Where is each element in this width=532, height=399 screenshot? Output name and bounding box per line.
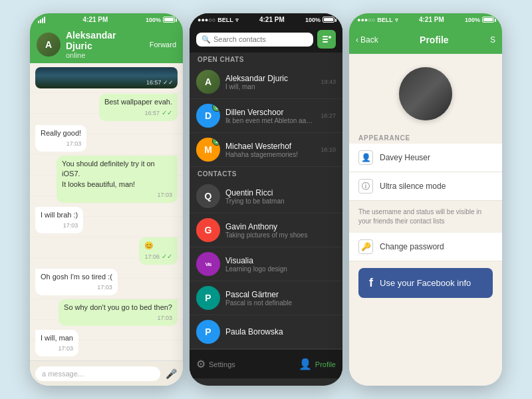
contact-time: 19:43 — [321, 78, 336, 85]
message-input[interactable]: a message... — [35, 366, 160, 381]
contact-item-michael[interactable]: M 1 Michael Westerhof Hahaha stagememori… — [190, 133, 342, 167]
chat-contact-status: online — [66, 51, 144, 59]
profile-header: ‹ Back Profile S — [349, 26, 502, 54]
profile-avatar[interactable] — [399, 67, 452, 120]
profile-name-item[interactable]: 👤 Davey Heuser — [349, 144, 502, 172]
check-marks: ✓✓ — [162, 108, 172, 118]
profile-silence-item[interactable]: ⓘ Ultra silence mode — [349, 172, 502, 201]
msg-recv-1: Really good! 17:03 — [35, 125, 86, 152]
contact-item-gavin[interactable]: G Gavin Anthony Taking pictures of my sh… — [190, 213, 342, 247]
mic-icon[interactable]: 🎤 — [164, 367, 178, 380]
battery-fill-2 — [324, 18, 333, 21]
img-timestamp: 16:57 ✓✓ — [146, 79, 174, 86]
contact-item-paula[interactable]: P Paula Borowska — [190, 315, 342, 349]
status-time-3: 4:21 PM — [419, 16, 444, 23]
contact-name: Paula Borowska — [225, 327, 336, 336]
msg-time: 17:03 — [157, 191, 172, 200]
contact-info: Quentin Ricci Trying to be batman — [225, 188, 336, 205]
avatar-img: Q — [196, 184, 220, 208]
msg-time: 17:03 — [66, 140, 82, 148]
search-input[interactable] — [213, 35, 308, 43]
message-placeholder: a message... — [42, 370, 84, 378]
forward-label[interactable]: Forward — [150, 41, 176, 49]
chat-header: A Aleksandar Djuric online Forward — [30, 26, 183, 63]
contact-avatar: D 5 — [196, 104, 220, 128]
search-bar: 🔍 — [190, 26, 342, 53]
contact-name: Michael Westerhof — [225, 142, 315, 151]
wifi-icon-2: ▿ — [235, 17, 239, 23]
contact-item-pascal[interactable]: P Pascal Gärtner Pascal is not definable — [190, 281, 342, 315]
phone-chat: 4:21 PM 100% A Aleksandar Djuric online … — [30, 13, 183, 386]
signal-bar-2 — [40, 19, 41, 23]
header-text: Aleksandar Djuric online — [66, 30, 144, 59]
chat-contact-name: Aleksandar Djuric — [66, 30, 144, 51]
contact-info: Aleksandar Djuric I will, man — [225, 74, 315, 90]
msg-meta: 17:03 — [62, 191, 172, 200]
contacts-label: Contacts — [190, 167, 342, 180]
back-button[interactable]: ‹ Back — [356, 35, 378, 45]
settings-button[interactable]: ⚙ Settings — [196, 358, 235, 370]
msg-sent-1: Best wallpaper evah. 16:57✓✓ — [99, 94, 178, 121]
contact-info: Michael Westerhof Hahaha stagememories! — [225, 142, 315, 158]
battery-pct-1: 100% — [146, 17, 161, 23]
msg-time: 17:03 — [97, 283, 112, 292]
contact-item-quentin[interactable]: Q Quentin Ricci Trying to be batman — [190, 180, 342, 213]
contact-item-aleksandar[interactable]: A Aleksandar Djuric I will, man 19:43 — [190, 65, 342, 99]
contact-item-dillen[interactable]: D 5 Dillen Verschoor Ik ben even met Abl… — [190, 99, 342, 133]
msg-time: 17:06 — [144, 253, 160, 261]
chat-image: 16:57 ✓✓ — [35, 67, 178, 88]
signal-bar-1 — [38, 21, 39, 23]
contact-avatar: P — [196, 286, 220, 310]
search-input-wrap[interactable]: 🔍 — [196, 33, 313, 47]
chevron-left-icon: ‹ — [356, 35, 358, 45]
phones-container: 4:21 PM 100% A Aleksandar Djuric online … — [23, 0, 509, 399]
facebook-button[interactable]: f Use your Facebook info — [358, 268, 493, 298]
carrier-3: BELL — [377, 17, 393, 23]
status-right-2: 100% — [305, 17, 334, 23]
search-icon: 🔍 — [201, 35, 211, 44]
status-left-1 — [38, 17, 45, 23]
contact-item-visualia[interactable]: Vis Visualia Learning logo design — [190, 247, 342, 281]
signal-dots-2: ●●●○○ — [198, 17, 215, 23]
contact-name: Gavin Anthony — [225, 222, 336, 231]
msg-meta: 17:03 — [41, 344, 73, 353]
bottom-bar: ⚙ Settings 👤 Profile — [190, 349, 342, 378]
contact-status: Pascal is not definable — [225, 299, 336, 307]
battery-icon-3 — [482, 17, 494, 23]
share-button[interactable]: S — [490, 35, 495, 45]
battery-pct-3: 100% — [465, 17, 480, 23]
msg-meta: 16:57✓✓ — [104, 108, 172, 118]
profile-button[interactable]: 👤 Profile — [299, 358, 336, 370]
avatar-img: P — [196, 286, 220, 310]
msg-time: 16:57 — [144, 109, 160, 118]
profile-body: APPEARANCE 👤 Davey Heuser ⓘ Ultra silenc… — [349, 54, 502, 386]
msg-text: I will, man — [41, 333, 73, 343]
msg-text: Best wallpaper evah. — [104, 97, 172, 107]
status-bar-3: ●●●○○ BELL ▿ 4:21 PM 100% — [349, 13, 502, 26]
svg-rect-2 — [323, 41, 328, 43]
signal-bar-3 — [42, 18, 43, 23]
avatar-img: P — [196, 320, 220, 344]
msg-sent-4: So why don't you go to bed then? 17:03 — [59, 299, 178, 326]
contact-time: 16:10 — [321, 146, 336, 153]
status-right-3: 100% — [465, 17, 494, 23]
msg-text: You should definitely try it on iOS7.It … — [62, 159, 172, 190]
signal-bar-4 — [44, 17, 45, 23]
signal-dots-3: ●●●○○ — [357, 17, 375, 23]
contact-avatar: A — [196, 70, 220, 94]
svg-rect-0 — [323, 36, 328, 37]
contact-status: I will, man — [225, 83, 315, 90]
battery-icon-1 — [163, 17, 175, 23]
contact-status: Taking pictures of my shoes — [225, 231, 336, 239]
phone-contacts: ●●●○○ BELL ▿ 4:21 PM 100% 🔍 — [190, 13, 342, 386]
chat-area: 16:57 ✓✓ Best wallpaper evah. 16:57✓✓ Re… — [30, 63, 183, 360]
profile-password-item[interactable]: 🔑 Change password — [349, 233, 502, 261]
msg-meta: 17:03 — [64, 314, 172, 323]
msg-recv-4: I will, man 17:03 — [35, 330, 78, 356]
contact-info: Gavin Anthony Taking pictures of my shoe… — [225, 222, 336, 239]
msg-time: 17:03 — [63, 221, 78, 230]
profile-icon: 👤 — [299, 358, 312, 370]
contact-info: Paula Borowska — [225, 327, 336, 336]
contacts-list-icon[interactable] — [317, 30, 336, 49]
contact-name: Visualia — [225, 256, 336, 265]
